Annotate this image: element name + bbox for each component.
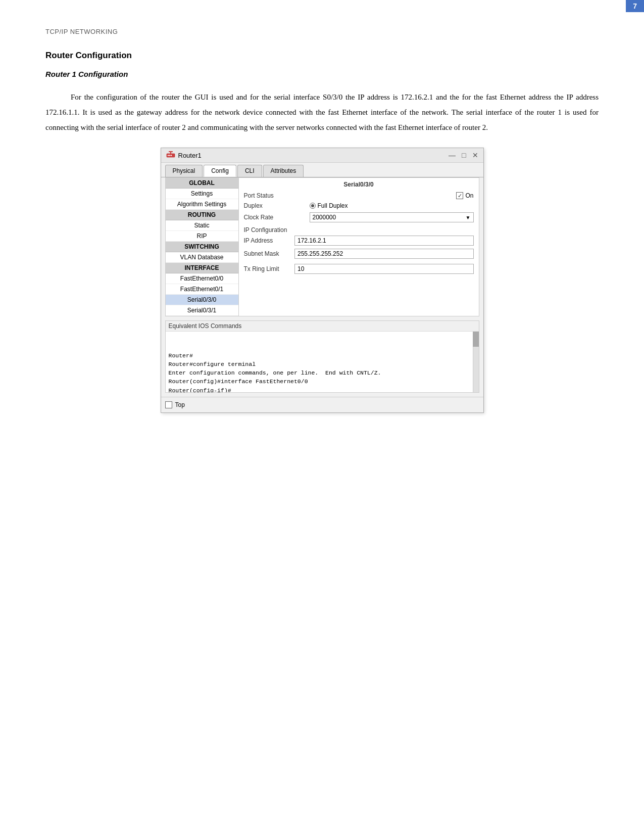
window-body: GLOBAL Settings Algorithm Settings ROUTI… — [165, 177, 479, 316]
duplex-value: Full Duplex — [318, 202, 348, 209]
tx-ring-row: Tx Ring Limit — [244, 264, 474, 274]
port-status-label: Port Status — [244, 192, 310, 199]
ip-address-label: IP Address — [244, 237, 295, 244]
sidebar-item-rip[interactable]: RIP — [166, 231, 238, 242]
svg-point-2 — [169, 155, 170, 156]
duplex-label: Duplex — [244, 202, 310, 209]
clock-rate-value: 2000000 — [313, 214, 336, 221]
radio-circle-icon — [310, 203, 316, 209]
port-status-row: Port Status ✓ On — [244, 192, 474, 199]
top-checkbox-label: Top — [175, 401, 185, 408]
duplex-row: Duplex Full Duplex — [244, 202, 474, 209]
svg-point-1 — [167, 155, 168, 156]
window-titlebar: Router1 — □ ✕ — [161, 148, 483, 163]
clock-rate-dropdown[interactable]: 2000000 ▼ — [310, 212, 474, 222]
checkbox-icon: ✓ — [456, 192, 463, 199]
port-status-checkbox[interactable]: ✓ On — [456, 192, 473, 199]
sidebar-item-static[interactable]: Static — [166, 220, 238, 231]
subnet-mask-row: Subnet Mask — [244, 249, 474, 259]
tab-attributes[interactable]: Attributes — [263, 165, 304, 177]
page-header: TCP/IP NETWORKING — [45, 28, 599, 35]
right-panel: Serial0/3/0 Port Status ✓ On Duplex — [239, 178, 479, 316]
router-icon — [166, 151, 175, 160]
page-number-badge: 7 — [626, 0, 644, 12]
sidebar-item-vlan-database[interactable]: VLAN Database — [166, 252, 238, 263]
scrollbar-thumb[interactable] — [473, 332, 479, 347]
sidebar-interface-header: INTERFACE — [166, 263, 238, 273]
sidebar-routing-header: ROUTING — [166, 210, 238, 220]
subnet-mask-input[interactable] — [294, 249, 474, 259]
panel-subtitle: Serial0/3/0 — [244, 181, 474, 188]
titlebar-left: Router1 — [166, 151, 202, 160]
sidebar-item-algorithm-settings[interactable]: Algorithm Settings — [166, 199, 238, 210]
sidebar-item-settings[interactable]: Settings — [166, 189, 238, 199]
body-paragraph: For the configuration of the router the … — [45, 89, 599, 135]
tab-cli[interactable]: CLI — [237, 165, 262, 177]
bottom-bar: Top — [161, 397, 483, 412]
subnet-mask-label: Subnet Mask — [244, 250, 295, 257]
tab-physical[interactable]: Physical — [165, 165, 203, 177]
subsection-title: Router 1 Configuration — [45, 70, 599, 78]
duplex-radio[interactable]: Full Duplex — [310, 202, 348, 209]
clock-rate-label: Clock Rate — [244, 214, 310, 221]
sidebar-item-serial0-3-0[interactable]: Serial0/3/0 — [166, 295, 238, 305]
svg-rect-5 — [169, 151, 173, 152]
minimize-button[interactable]: — — [449, 152, 456, 159]
titlebar-controls: — □ ✕ — [449, 152, 478, 159]
scrollbar[interactable] — [473, 332, 479, 392]
ip-config-header: IP Configuration — [244, 226, 474, 234]
sidebar-item-fe0-1[interactable]: FastEthernet0/1 — [166, 284, 238, 295]
ios-content[interactable]: Router# Router#configure terminal Enter … — [166, 332, 479, 392]
top-checkbox[interactable] — [165, 401, 172, 408]
sidebar: GLOBAL Settings Algorithm Settings ROUTI… — [166, 178, 239, 316]
sidebar-item-fe0-0[interactable]: FastEthernet0/0 — [166, 273, 238, 284]
ios-title: Equivalent IOS Commands — [166, 321, 479, 332]
tab-config[interactable]: Config — [204, 165, 236, 177]
clock-rate-row: Clock Rate 2000000 ▼ — [244, 212, 474, 222]
svg-point-3 — [170, 155, 171, 156]
maximize-button[interactable]: □ — [462, 152, 466, 159]
ios-commands-text: Router# Router#configure terminal Enter … — [169, 351, 476, 393]
ios-section: Equivalent IOS Commands Router# Router#c… — [165, 320, 479, 393]
tx-ring-input[interactable] — [294, 264, 474, 274]
window-title: Router1 — [178, 152, 202, 159]
sidebar-item-serial0-3-1[interactable]: Serial0/3/1 — [166, 305, 238, 316]
tx-ring-label: Tx Ring Limit — [244, 265, 295, 272]
close-button[interactable]: ✕ — [472, 152, 478, 159]
router-window: Router1 — □ ✕ Physical Config CLI Attrib… — [161, 148, 484, 413]
dropdown-arrow-icon: ▼ — [466, 215, 471, 220]
sidebar-switching-header: SWITCHING — [166, 242, 238, 252]
ip-address-input[interactable] — [294, 236, 474, 246]
tabs-bar: Physical Config CLI Attributes — [161, 163, 483, 177]
section-title: Router Configuration — [45, 51, 599, 61]
sidebar-global-header: GLOBAL — [166, 178, 238, 189]
port-status-on-label: On — [465, 192, 473, 199]
ip-address-row: IP Address — [244, 236, 474, 246]
